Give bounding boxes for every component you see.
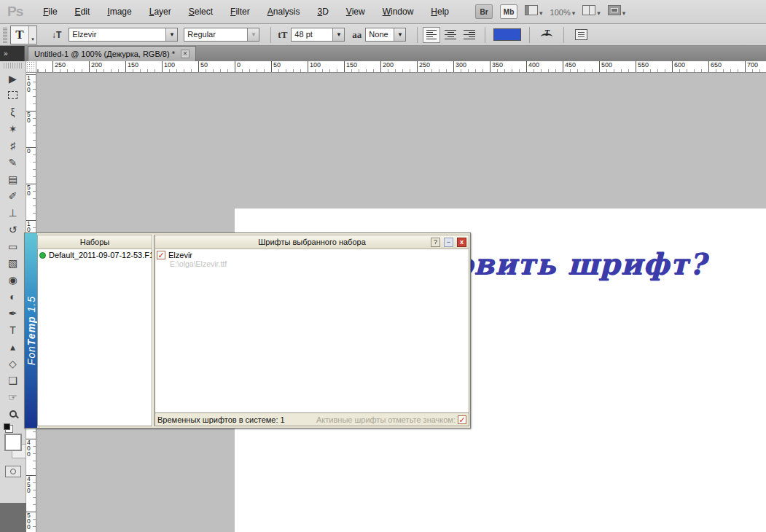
warp-text-button[interactable]: T (539, 28, 554, 42)
fontemp-brand-strip: FonTemp 1.5 (25, 233, 37, 428)
photoshop-window: Ps FileEditImageLayerSelectFilterAnalysi… (0, 0, 766, 532)
antialias-value: None (366, 28, 394, 41)
menu-help[interactable]: Help (422, 3, 458, 20)
menu-bar: Ps FileEditImageLayerSelectFilterAnalysi… (0, 0, 766, 24)
blur-tool[interactable]: ◉ (2, 271, 24, 288)
close-button[interactable]: x (457, 238, 466, 247)
menu-view[interactable]: View (337, 3, 374, 20)
fonts-panel-title: Шрифты выбранного набора (258, 238, 366, 246)
minimize-button[interactable]: − (444, 238, 453, 247)
menu-analysis[interactable]: Analysis (259, 3, 309, 20)
quick-mask-button[interactable] (5, 466, 21, 477)
ruler-label: 350 (490, 61, 503, 73)
chevron-down-icon: ▼ (165, 28, 177, 41)
bridge-button[interactable]: Br (475, 4, 493, 19)
arrange-documents-icon (582, 5, 595, 15)
font-family-value: Elzevir (69, 28, 165, 41)
move-tool[interactable]: ▶ (2, 70, 24, 87)
default-colors-icon[interactable] (4, 423, 10, 430)
magnifier-icon (9, 410, 17, 418)
ruler-label: 650 (708, 61, 722, 73)
active-fonts-hint: Активные шрифты отметьте значком: ✓ (316, 415, 466, 424)
clone-stamp-tool[interactable]: ⊥ (2, 204, 24, 221)
panel-collapse-button[interactable]: » (0, 46, 25, 61)
menu-image[interactable]: Image (98, 3, 140, 20)
sets-panel-title: Наборы (80, 238, 110, 246)
antialias-icon: aa (352, 29, 361, 41)
chevron-down-icon: ▾ (28, 26, 36, 44)
help-button[interactable]: ? (431, 238, 440, 247)
ruler-label: 700 (745, 61, 758, 73)
zoom-tool[interactable] (2, 405, 24, 422)
foreground-color-swatch[interactable] (4, 434, 22, 451)
list-item[interactable]: ✓ Elzevir (155, 249, 469, 259)
workspace-icon (525, 5, 538, 15)
text-orientation-button[interactable]: ↓T (52, 30, 61, 40)
toggle-character-panel-button[interactable] (575, 29, 587, 40)
fonts-list[interactable]: ✓ Elzevir E:\olga\Elzevir.ttf (155, 249, 469, 413)
rectangular-marquee-tool[interactable] (2, 87, 24, 103)
list-item[interactable]: Default_2011-09-07-12-53.F1 (38, 249, 152, 259)
menu-layer[interactable]: Layer (141, 3, 180, 20)
menu-edit[interactable]: Edit (66, 3, 99, 20)
document-tab[interactable]: Untitled-1 @ 100% (Дежурка, RGB/8) * × (28, 46, 196, 61)
shape-tool[interactable]: ◇ (2, 355, 24, 372)
text-color-swatch[interactable] (493, 28, 521, 41)
close-icon[interactable]: × (181, 50, 189, 58)
align-right-button[interactable] (461, 27, 478, 43)
menu-items: FileEditImageLayerSelectFilterAnalysis3D… (34, 3, 458, 20)
dodge-tool[interactable]: ◐ (2, 288, 24, 305)
chevron-down-icon: ▾ (539, 9, 543, 17)
screen-mode-control[interactable]: ▾ (608, 5, 626, 18)
ruler-label: 5 0 (26, 184, 36, 196)
quick-mask-icon (10, 469, 16, 474)
set-label: Default_2011-09-07-12-53.F1 (49, 251, 152, 259)
menu-3d[interactable]: 3D (308, 3, 337, 20)
font-family-select[interactable]: Elzevir ▼ (69, 28, 178, 42)
ruler-label: 4 5 0 (26, 475, 36, 493)
font-style-select[interactable]: Regular ▼ (184, 28, 259, 42)
font-size-select[interactable]: 48 pt ▼ (291, 28, 345, 42)
document-tab-bar: » Untitled-1 @ 100% (Дежурка, RGB/8) * × (0, 46, 766, 61)
ruler-origin-box[interactable] (26, 61, 36, 73)
crop-tool[interactable]: ♯ (2, 137, 24, 154)
sets-list[interactable]: Default_2011-09-07-12-53.F1 (37, 249, 152, 426)
eyedropper-tool[interactable]: ✎ (2, 154, 24, 171)
ruler-label: 5 0 (26, 111, 36, 123)
zoom-level-control[interactable]: 100%▾ (550, 5, 576, 18)
pen-tool[interactable]: ✒ (2, 305, 24, 321)
tool-preset-picker[interactable]: T ▾ (10, 26, 37, 44)
antialias-select[interactable]: None ▼ (365, 28, 406, 42)
menu-filter[interactable]: Filter (222, 3, 259, 20)
chevron-down-icon: ▼ (247, 28, 259, 41)
horizontal-ruler[interactable]: 2502001501005005010015020025030035040045… (36, 61, 766, 73)
path-selection-tool[interactable]: ▴ (2, 338, 24, 355)
lasso-tool[interactable]: ξ (2, 103, 24, 120)
application-bar: Br Mb ▾ 100%▾ ▾ ▾ (475, 4, 625, 19)
font-name: Elzevir (168, 251, 192, 259)
brush-tool[interactable]: ✐ (2, 187, 24, 204)
align-center-button[interactable] (442, 27, 459, 43)
arrange-documents-control[interactable]: ▾ (582, 5, 601, 18)
hand-tool[interactable]: ☞ (2, 388, 24, 405)
healing-brush-tool[interactable]: ▤ (2, 171, 24, 187)
workspace-switcher[interactable]: ▾ (525, 5, 543, 18)
magic-wand-tool[interactable]: ✶ (2, 120, 24, 137)
minibridge-button[interactable]: Mb (500, 4, 517, 19)
menu-window[interactable]: Window (374, 3, 423, 20)
ruler-label: 100 (162, 61, 175, 73)
font-checkbox[interactable]: ✓ (157, 251, 165, 259)
ruler-label: 100 (308, 61, 321, 73)
menu-file[interactable]: File (34, 3, 66, 20)
notes-tool[interactable]: ❑ (2, 372, 24, 388)
ruler-label: 200 (380, 61, 394, 73)
history-brush-tool[interactable]: ↺ (2, 221, 24, 238)
tools-panel-grip[interactable] (2, 63, 23, 69)
eraser-tool[interactable]: ▭ (2, 238, 24, 254)
menu-select[interactable]: Select (180, 3, 222, 20)
photoshop-logo: Ps (7, 4, 23, 20)
active-set-icon (39, 252, 46, 259)
type-tool[interactable]: T (2, 321, 24, 338)
gradient-tool[interactable]: ▧ (2, 254, 24, 271)
align-left-button[interactable] (423, 27, 440, 43)
